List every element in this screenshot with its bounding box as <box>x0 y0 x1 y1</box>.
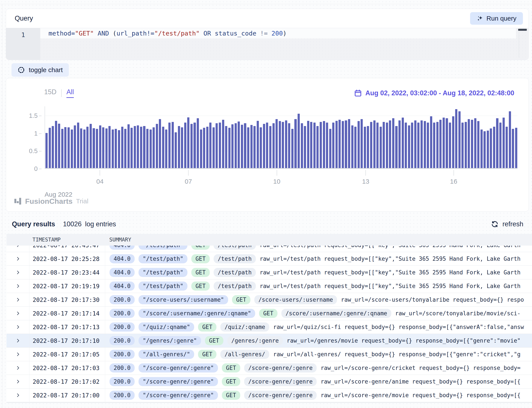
bar[interactable] <box>61 129 63 168</box>
bar[interactable] <box>49 128 51 168</box>
bar[interactable] <box>468 119 470 168</box>
bar[interactable] <box>275 119 278 168</box>
table-row[interactable]: 2022-08-17 20:23:44 404.0 "/test/path" G… <box>7 266 532 279</box>
bar[interactable] <box>449 123 451 168</box>
table-row[interactable]: 2022-08-17 20:19:19 404.0 "/test/path" G… <box>7 279 532 293</box>
bar[interactable] <box>323 121 325 168</box>
bar[interactable] <box>172 122 174 168</box>
bar[interactable] <box>159 119 161 168</box>
bar[interactable] <box>112 129 114 168</box>
row-expander[interactable] <box>7 256 29 261</box>
row-expander[interactable] <box>7 283 29 289</box>
row-expander[interactable] <box>7 311 29 316</box>
bar[interactable] <box>67 127 70 168</box>
bar[interactable] <box>499 123 501 168</box>
bar[interactable] <box>263 124 265 168</box>
bar[interactable] <box>483 131 486 168</box>
bar[interactable] <box>509 111 511 168</box>
bar[interactable] <box>399 120 401 168</box>
bar[interactable] <box>376 123 379 168</box>
bar[interactable] <box>175 132 177 168</box>
row-expander[interactable] <box>7 338 29 343</box>
bar[interactable] <box>506 127 508 168</box>
bar[interactable] <box>247 127 249 168</box>
row-expander[interactable] <box>7 324 29 330</box>
bar[interactable] <box>115 129 117 168</box>
bar[interactable] <box>257 121 259 168</box>
bar[interactable] <box>477 121 479 168</box>
bar[interactable] <box>253 126 256 168</box>
bar[interactable] <box>424 121 426 168</box>
bar[interactable] <box>127 124 130 168</box>
bar[interactable] <box>216 123 218 168</box>
bar[interactable] <box>481 129 483 168</box>
bar[interactable] <box>238 121 240 168</box>
bar[interactable] <box>515 128 517 168</box>
bar[interactable] <box>439 120 441 168</box>
row-expander[interactable] <box>7 393 29 398</box>
bar[interactable] <box>83 129 85 168</box>
bar[interactable] <box>131 128 133 168</box>
bar[interactable] <box>203 128 205 168</box>
row-expander[interactable] <box>7 365 29 371</box>
bar[interactable] <box>156 124 158 168</box>
bar[interactable] <box>433 123 435 168</box>
bar[interactable] <box>465 122 467 168</box>
bar[interactable] <box>124 129 126 168</box>
bar[interactable] <box>74 125 76 168</box>
table-row[interactable]: 2022-08-17 20:17:02 200.0 "/score-genre/… <box>7 375 532 389</box>
bar[interactable] <box>392 118 394 168</box>
bar[interactable] <box>474 118 476 168</box>
bar[interactable] <box>414 120 416 168</box>
bar[interactable] <box>140 127 142 168</box>
bar[interactable] <box>244 123 246 168</box>
bar[interactable] <box>320 122 322 168</box>
bar[interactable] <box>512 129 514 168</box>
bar[interactable] <box>231 124 233 168</box>
bar[interactable] <box>496 118 498 168</box>
fusioncharts-watermark[interactable]: FusionCharts Trial <box>14 197 88 205</box>
bar[interactable] <box>105 128 108 168</box>
table-row[interactable]: 2022-08-17 20:17:30 200.0 "/score-users/… <box>7 293 532 307</box>
bar[interactable] <box>361 119 363 168</box>
bar[interactable] <box>165 129 167 168</box>
bar[interactable] <box>493 127 495 168</box>
bar[interactable] <box>443 118 445 168</box>
bar[interactable] <box>193 123 196 168</box>
bar[interactable] <box>307 121 309 168</box>
bar[interactable] <box>235 123 237 168</box>
bar[interactable] <box>436 122 439 168</box>
bar[interactable] <box>354 127 357 168</box>
bar[interactable] <box>168 123 171 168</box>
bar[interactable] <box>342 121 344 168</box>
bar[interactable] <box>313 123 316 168</box>
bar[interactable] <box>417 123 419 168</box>
bar[interactable] <box>55 121 57 168</box>
bar[interactable] <box>304 126 306 168</box>
bar[interactable] <box>335 121 338 168</box>
bar[interactable] <box>411 123 413 168</box>
bar[interactable] <box>250 125 253 168</box>
bar[interactable] <box>191 124 193 168</box>
bar[interactable] <box>446 118 448 168</box>
bar[interactable] <box>395 126 397 168</box>
bar[interactable] <box>118 130 120 168</box>
bar[interactable] <box>285 120 287 168</box>
bar[interactable] <box>178 126 180 168</box>
bar[interactable] <box>269 126 271 168</box>
bar[interactable] <box>461 123 464 168</box>
bar[interactable] <box>332 123 334 168</box>
bar[interactable] <box>86 127 89 168</box>
bar[interactable] <box>187 117 189 168</box>
bar[interactable] <box>503 118 505 168</box>
bar[interactable] <box>487 131 489 168</box>
bar[interactable] <box>260 127 262 168</box>
table-row[interactable]: 2022-08-17 20:25:28 404.0 "/test/path" G… <box>7 252 532 266</box>
bar[interactable] <box>301 123 303 168</box>
bar[interactable] <box>471 120 473 168</box>
bar[interactable] <box>64 127 66 168</box>
bar[interactable] <box>273 123 275 168</box>
bar[interactable] <box>282 122 284 168</box>
bar[interactable] <box>402 118 404 168</box>
bar[interactable] <box>351 125 353 168</box>
